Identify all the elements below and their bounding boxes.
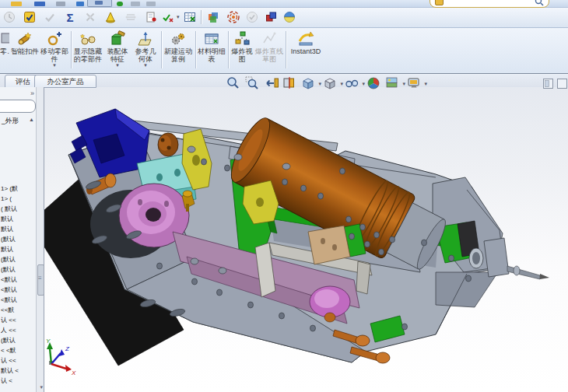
tree-item[interactable]: (默认 (1, 254, 35, 264)
apply-scene-icon[interactable] (384, 75, 400, 91)
feature-tree: 1> (默 1> ( ( 默认 默认 默认 (默认 默认 (默认 (默认 <默认… (1, 184, 35, 386)
tree-item[interactable]: (默认 (1, 234, 35, 244)
panel-filter-box[interactable] (0, 100, 36, 113)
triad-z-label: Z (65, 345, 70, 352)
triad-x-label: X (71, 369, 76, 376)
tree-item[interactable]: 人 << (1, 325, 35, 335)
viewport-pane-toggle2-icon[interactable] (557, 78, 567, 92)
tree-item[interactable]: ( 默认 (1, 204, 35, 214)
tree-item[interactable]: 认 < (1, 376, 35, 386)
tree-item[interactable]: < <默 (1, 345, 35, 355)
tree-item[interactable]: (默认 (1, 264, 35, 275)
tree-item[interactable]: (默认 (1, 335, 35, 345)
tree-item[interactable]: <默认 (1, 285, 35, 295)
hide-show-items-icon[interactable] (344, 75, 359, 91)
zoom-fit-icon[interactable] (226, 75, 241, 91)
panel-scrollbar[interactable]: ▾ (36, 87, 44, 392)
tree-item[interactable]: 默认 (1, 214, 35, 224)
tree-item[interactable]: <<默 (1, 305, 35, 315)
panel-expand-chevron-icon[interactable]: » (30, 89, 34, 97)
feature-manager-panel: » _外形 ▲ 1> (默 1> ( ( 默认 默认 默认 (默认 默认 (默认… (0, 87, 44, 392)
section-view-icon[interactable] (282, 75, 297, 91)
edit-appearance-icon[interactable] (366, 75, 381, 91)
tree-item[interactable]: 默认 < (1, 366, 35, 376)
reference-triad: Y Z X (46, 338, 76, 376)
view-orientation-icon[interactable] (300, 75, 316, 91)
solidworks-window: Y Z X 搜索 SolidWorks 帮助 (0, 0, 568, 392)
tree-item[interactable]: 默认 (1, 244, 35, 254)
tree-item[interactable]: 认 << (1, 355, 35, 366)
panel-scroll-down-icon[interactable]: ▾ (40, 384, 43, 390)
display-style-icon[interactable] (322, 75, 338, 91)
zoom-area-icon[interactable] (244, 75, 260, 91)
tree-item[interactable]: <默认 (1, 295, 35, 305)
tree-item[interactable]: <默认 (1, 275, 35, 285)
feature-tree-root-label[interactable]: _外形 (2, 117, 19, 126)
model-3d[interactable]: Y Z X (0, 0, 568, 392)
tree-item[interactable]: 1> (默 (1, 184, 35, 194)
tree-item[interactable]: 默认 (1, 224, 35, 234)
part-bushing-brown[interactable] (158, 133, 178, 156)
panel-collapse-arrow-icon[interactable]: ▲ (29, 117, 34, 122)
tree-item[interactable]: 1> ( (1, 194, 35, 204)
previous-view-icon[interactable] (265, 75, 280, 91)
triad-y-label: Y (46, 338, 51, 345)
viewport-pane-toggle-icon[interactable] (543, 78, 553, 92)
tree-item[interactable]: 认 << (1, 315, 35, 325)
view-settings-icon[interactable] (406, 75, 422, 91)
panel-scrollbar-thumb[interactable] (37, 264, 44, 296)
